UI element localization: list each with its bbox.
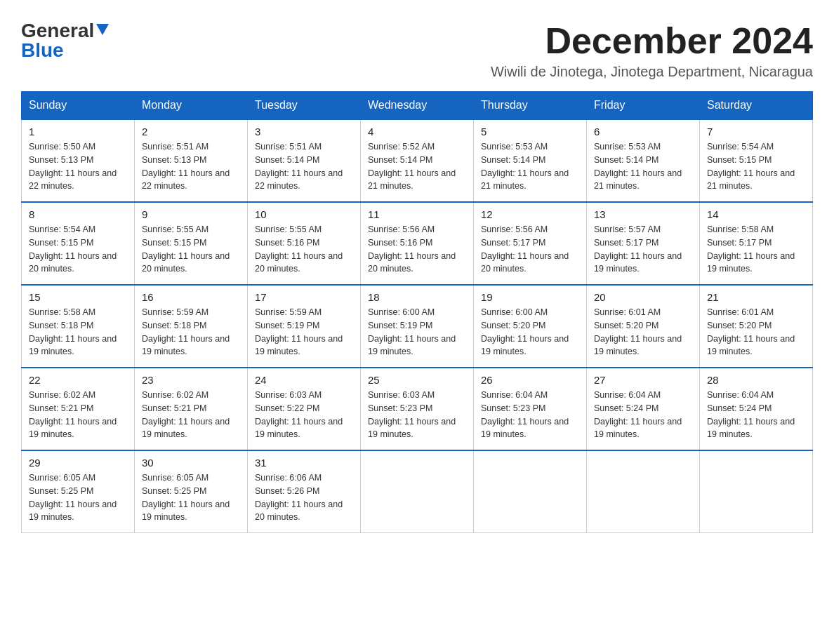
day-number: 8 [29,208,127,220]
calendar-cell: 3 Sunrise: 5:51 AMSunset: 5:14 PMDayligh… [248,119,361,202]
day-info: Sunrise: 5:55 AMSunset: 5:15 PMDaylight:… [142,224,230,274]
day-info: Sunrise: 6:05 AMSunset: 5:25 PMDaylight:… [29,473,117,522]
calendar-cell: 19 Sunrise: 6:00 AMSunset: 5:20 PMDaylig… [474,285,587,368]
calendar-cell: 18 Sunrise: 6:00 AMSunset: 5:19 PMDaylig… [361,285,474,368]
header-wednesday: Wednesday [361,92,474,120]
day-info: Sunrise: 6:04 AMSunset: 5:23 PMDaylight:… [481,390,569,439]
calendar-cell: 25 Sunrise: 6:03 AMSunset: 5:23 PMDaylig… [361,368,474,450]
calendar-cell: 11 Sunrise: 5:56 AMSunset: 5:16 PMDaylig… [361,202,474,285]
day-number: 4 [368,126,466,137]
calendar-cell: 8 Sunrise: 5:54 AMSunset: 5:15 PMDayligh… [22,202,135,285]
calendar-cell: 1 Sunrise: 5:50 AMSunset: 5:13 PMDayligh… [22,119,135,202]
day-info: Sunrise: 5:52 AMSunset: 5:14 PMDaylight:… [368,142,456,191]
day-info: Sunrise: 5:50 AMSunset: 5:13 PMDaylight:… [29,142,117,191]
calendar-cell: 4 Sunrise: 5:52 AMSunset: 5:14 PMDayligh… [361,119,474,202]
day-info: Sunrise: 5:51 AMSunset: 5:14 PMDaylight:… [255,142,343,191]
calendar-cell: 29 Sunrise: 6:05 AMSunset: 5:25 PMDaylig… [22,450,135,533]
day-number: 6 [594,126,692,137]
calendar-cell: 31 Sunrise: 6:06 AMSunset: 5:26 PMDaylig… [248,450,361,533]
day-info: Sunrise: 6:03 AMSunset: 5:22 PMDaylight:… [255,390,343,439]
day-number: 16 [142,291,240,303]
week-row-2: 8 Sunrise: 5:54 AMSunset: 5:15 PMDayligh… [22,202,813,285]
day-info: Sunrise: 6:00 AMSunset: 5:19 PMDaylight:… [368,307,456,356]
day-number: 18 [368,291,466,303]
page-header: General Blue December 2024 Wiwili de Jin… [21,21,813,80]
day-number: 24 [255,374,353,386]
calendar-cell [587,450,700,533]
header-sunday: Sunday [22,92,135,120]
day-number: 17 [255,291,353,303]
calendar-cell: 13 Sunrise: 5:57 AMSunset: 5:17 PMDaylig… [587,202,700,285]
day-number: 23 [142,374,240,386]
logo-blue-text: Blue [21,41,64,60]
day-info: Sunrise: 5:54 AMSunset: 5:15 PMDaylight:… [707,142,795,191]
day-info: Sunrise: 6:02 AMSunset: 5:21 PMDaylight:… [142,390,230,439]
calendar-cell: 5 Sunrise: 5:53 AMSunset: 5:14 PMDayligh… [474,119,587,202]
calendar-cell: 26 Sunrise: 6:04 AMSunset: 5:23 PMDaylig… [474,368,587,450]
day-info: Sunrise: 5:55 AMSunset: 5:16 PMDaylight:… [255,224,343,274]
week-row-5: 29 Sunrise: 6:05 AMSunset: 5:25 PMDaylig… [22,450,813,533]
logo-general-text: General [21,21,94,41]
calendar-cell: 12 Sunrise: 5:56 AMSunset: 5:17 PMDaylig… [474,202,587,285]
header-monday: Monday [135,92,248,120]
logo-triangle-icon [94,22,109,39]
day-info: Sunrise: 6:06 AMSunset: 5:26 PMDaylight:… [255,473,343,522]
day-number: 11 [368,208,466,220]
day-info: Sunrise: 5:59 AMSunset: 5:18 PMDaylight:… [142,307,230,356]
svg-marker-0 [96,24,109,35]
header-friday: Friday [587,92,700,120]
day-number: 13 [594,208,692,220]
calendar-cell [700,450,813,533]
day-number: 2 [142,126,240,137]
title-section: December 2024 Wiwili de Jinotega, Jinote… [491,21,813,80]
calendar-cell: 24 Sunrise: 6:03 AMSunset: 5:22 PMDaylig… [248,368,361,450]
day-info: Sunrise: 5:56 AMSunset: 5:16 PMDaylight:… [368,224,456,274]
header-tuesday: Tuesday [248,92,361,120]
day-info: Sunrise: 5:58 AMSunset: 5:17 PMDaylight:… [707,224,795,274]
header-thursday: Thursday [474,92,587,120]
day-info: Sunrise: 5:54 AMSunset: 5:15 PMDaylight:… [29,224,117,274]
day-info: Sunrise: 5:58 AMSunset: 5:18 PMDaylight:… [29,307,117,356]
calendar-cell [474,450,587,533]
day-info: Sunrise: 5:51 AMSunset: 5:13 PMDaylight:… [142,142,230,191]
day-number: 10 [255,208,353,220]
calendar-cell: 6 Sunrise: 5:53 AMSunset: 5:14 PMDayligh… [587,119,700,202]
calendar-cell: 23 Sunrise: 6:02 AMSunset: 5:21 PMDaylig… [135,368,248,450]
day-number: 3 [255,126,353,137]
calendar-header-row: SundayMondayTuesdayWednesdayThursdayFrid… [22,92,813,120]
calendar-cell: 2 Sunrise: 5:51 AMSunset: 5:13 PMDayligh… [135,119,248,202]
day-number: 27 [594,374,692,386]
day-number: 30 [142,457,240,469]
day-number: 29 [29,457,127,469]
calendar-cell: 22 Sunrise: 6:02 AMSunset: 5:21 PMDaylig… [22,368,135,450]
day-number: 7 [707,126,805,137]
calendar-cell [361,450,474,533]
day-info: Sunrise: 6:01 AMSunset: 5:20 PMDaylight:… [707,307,795,356]
day-info: Sunrise: 5:57 AMSunset: 5:17 PMDaylight:… [594,224,682,274]
day-number: 1 [29,126,127,137]
day-info: Sunrise: 6:04 AMSunset: 5:24 PMDaylight:… [707,390,795,439]
month-title: December 2024 [491,21,813,61]
location-subtitle: Wiwili de Jinotega, Jinotega Department,… [491,64,813,80]
day-info: Sunrise: 5:59 AMSunset: 5:19 PMDaylight:… [255,307,343,356]
calendar-cell: 10 Sunrise: 5:55 AMSunset: 5:16 PMDaylig… [248,202,361,285]
day-number: 21 [707,291,805,303]
calendar-cell: 7 Sunrise: 5:54 AMSunset: 5:15 PMDayligh… [700,119,813,202]
calendar-cell: 30 Sunrise: 6:05 AMSunset: 5:25 PMDaylig… [135,450,248,533]
day-number: 28 [707,374,805,386]
day-info: Sunrise: 6:05 AMSunset: 5:25 PMDaylight:… [142,473,230,522]
calendar-cell: 17 Sunrise: 5:59 AMSunset: 5:19 PMDaylig… [248,285,361,368]
day-number: 20 [594,291,692,303]
calendar-cell: 28 Sunrise: 6:04 AMSunset: 5:24 PMDaylig… [700,368,813,450]
calendar-cell: 16 Sunrise: 5:59 AMSunset: 5:18 PMDaylig… [135,285,248,368]
day-number: 12 [481,208,579,220]
logo: General Blue [21,21,109,60]
day-info: Sunrise: 5:53 AMSunset: 5:14 PMDaylight:… [481,142,569,191]
week-row-1: 1 Sunrise: 5:50 AMSunset: 5:13 PMDayligh… [22,119,813,202]
day-number: 26 [481,374,579,386]
day-number: 14 [707,208,805,220]
calendar-table: SundayMondayTuesdayWednesdayThursdayFrid… [21,91,813,533]
calendar-cell: 15 Sunrise: 5:58 AMSunset: 5:18 PMDaylig… [22,285,135,368]
week-row-3: 15 Sunrise: 5:58 AMSunset: 5:18 PMDaylig… [22,285,813,368]
day-number: 25 [368,374,466,386]
